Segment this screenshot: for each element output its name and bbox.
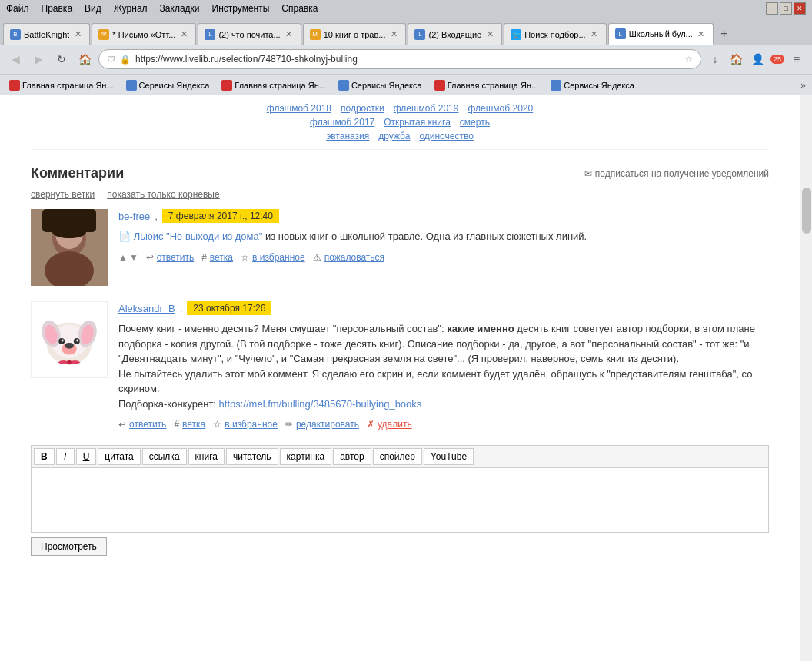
show-root-link[interactable]: показать только корневые bbox=[107, 189, 219, 200]
underline-btn[interactable]: U bbox=[76, 448, 97, 465]
tab-close-7[interactable]: ✕ bbox=[696, 28, 707, 39]
author-btn[interactable]: автор bbox=[333, 448, 371, 465]
tab-close-2[interactable]: ✕ bbox=[178, 29, 189, 40]
tab-10books[interactable]: M 10 книг о трав... ✕ bbox=[303, 23, 407, 45]
menu-icon[interactable]: ≡ bbox=[787, 50, 806, 68]
tab-close-1[interactable]: ✕ bbox=[72, 29, 83, 40]
tab-close-5[interactable]: ✕ bbox=[484, 29, 495, 40]
bookmark-4[interactable]: Сервисы Яндекса bbox=[335, 78, 425, 92]
tag-flashmob2018[interactable]: флэшмоб 2018 bbox=[267, 103, 331, 114]
bookmark-5[interactable]: Главная страница Ян... bbox=[431, 78, 542, 92]
tag-flashmob2017[interactable]: флэшмоб 2017 bbox=[310, 117, 374, 128]
comment-1-text-rest: из новых книг о школьной травле. Одна из… bbox=[262, 231, 587, 242]
quote-btn[interactable]: цитата bbox=[98, 448, 140, 465]
address-bar[interactable]: 🛡 🔒 https://www.livelib.ru/selection/748… bbox=[98, 49, 701, 69]
scrollbar[interactable] bbox=[800, 95, 812, 661]
book-btn[interactable]: книга bbox=[188, 448, 225, 465]
warning-icon-1: ⚠ bbox=[313, 252, 321, 263]
menu-bookmarks[interactable]: Закладки bbox=[160, 3, 200, 14]
menu-tools[interactable]: Инструменты bbox=[212, 3, 270, 14]
menu-file[interactable]: Файл bbox=[6, 3, 29, 14]
comment-1-author[interactable]: be-free bbox=[118, 211, 150, 222]
thread-link-1[interactable]: ветка bbox=[210, 252, 233, 263]
preview-button[interactable]: Просмотреть bbox=[31, 537, 107, 556]
tab-what-to-read[interactable]: L (2) что почита... ✕ bbox=[198, 23, 301, 45]
tab-inbox[interactable]: L (2) Входящие ✕ bbox=[408, 23, 502, 45]
image-btn[interactable]: картинка bbox=[280, 448, 332, 465]
favorite-link-1[interactable]: в избранное bbox=[252, 252, 305, 263]
bookmark-6[interactable]: Сервисы Яндекса bbox=[547, 78, 637, 92]
tab-school-bulling[interactable]: L Школьный бул... ✕ bbox=[608, 23, 714, 45]
forward-button[interactable]: ▶ bbox=[29, 50, 48, 68]
bookmark-label-6: Сервисы Яндекса bbox=[564, 81, 634, 90]
upvote-1[interactable]: ▲ bbox=[118, 252, 128, 263]
thread-link-2[interactable]: ветка bbox=[182, 419, 205, 430]
tag-loneliness[interactable]: одиночество bbox=[419, 131, 474, 141]
collapse-threads-link[interactable]: свернуть ветки bbox=[31, 189, 95, 200]
reply-link-2[interactable]: ответить bbox=[129, 419, 166, 430]
reload-button[interactable]: ↻ bbox=[52, 50, 71, 68]
star-icon-2: ☆ bbox=[213, 419, 221, 430]
back-button[interactable]: ◀ bbox=[6, 50, 25, 68]
tab-search[interactable]: 🐦 Поиск подбор... ✕ bbox=[504, 23, 607, 45]
comment-1-book-link[interactable]: Льюис "Не выходи из дома" bbox=[134, 231, 263, 242]
downvote-1[interactable]: ▼ bbox=[129, 252, 138, 263]
scrollbar-thumb[interactable] bbox=[802, 188, 811, 234]
menu-journal[interactable]: Журнал bbox=[114, 3, 148, 14]
comment-textarea[interactable] bbox=[32, 468, 768, 530]
tab-bar: B BattleKnight ✕ ✉ * Письмо «Отт... ✕ L … bbox=[0, 17, 812, 45]
home-nav-icon[interactable]: 🏠 bbox=[727, 50, 746, 68]
tab-title-1: BattleKnight bbox=[24, 30, 69, 39]
menu-help[interactable]: Справка bbox=[281, 3, 318, 14]
tag-euthanasia[interactable]: эвтаназия bbox=[326, 131, 369, 141]
bookmark-3[interactable]: Главная страница Ян... bbox=[218, 78, 329, 92]
tab-favicon-6: 🐦 bbox=[511, 29, 521, 40]
link-btn[interactable]: ссылка bbox=[142, 448, 187, 465]
page-inner: флэшмоб 2018 подростки флешмоб 2019 флеш… bbox=[0, 95, 800, 661]
subscribe-icon: ✉ bbox=[584, 168, 592, 179]
tab-close-4[interactable]: ✕ bbox=[388, 29, 399, 40]
tag-teens[interactable]: подростки bbox=[341, 103, 384, 114]
comment-editor: B I U цитата ссылка книга читатель карти… bbox=[31, 445, 769, 533]
subscribe-button[interactable]: ✉ подписаться на получение уведомлений bbox=[584, 168, 769, 179]
tag-open-book[interactable]: Открытая книга bbox=[384, 117, 451, 128]
tags-section: флэшмоб 2018 подростки флешмоб 2019 флеш… bbox=[31, 95, 769, 150]
menu-view[interactable]: Вид bbox=[85, 3, 102, 14]
bookmark-2[interactable]: Сервисы Яндекса bbox=[123, 78, 213, 92]
report-link-1[interactable]: пожаловаться bbox=[324, 252, 384, 263]
downloads-icon[interactable]: ↓ bbox=[706, 50, 724, 68]
reader-btn[interactable]: читатель bbox=[226, 448, 278, 465]
editor-toolbar: B I U цитата ссылка книга читатель карти… bbox=[32, 446, 768, 468]
bookmarks-bar: Главная страница Ян... Сервисы Яндекса Г… bbox=[0, 74, 812, 95]
bookmarks-more-button[interactable]: » bbox=[800, 80, 806, 91]
tag-friendship[interactable]: дружба bbox=[378, 131, 410, 141]
bold-btn[interactable]: B bbox=[34, 448, 55, 465]
favorite-link-2[interactable]: в избранное bbox=[225, 419, 278, 430]
close-button[interactable]: ✕ bbox=[794, 2, 806, 15]
menu-edit[interactable]: Правка bbox=[42, 3, 73, 14]
tag-flashmob2020[interactable]: флешмоб 2020 bbox=[468, 103, 533, 114]
tag-flashmob2019[interactable]: флешмоб 2019 bbox=[394, 103, 459, 114]
reply-link-1[interactable]: ответить bbox=[157, 252, 194, 263]
bookmark-1[interactable]: Главная страница Ян... bbox=[6, 78, 117, 92]
tab-favicon-7: L bbox=[615, 28, 626, 39]
bookmark-star-icon[interactable]: ☆ bbox=[685, 55, 693, 65]
competitor-link[interactable]: https://mel.fm/bulling/3485670-bullying_… bbox=[219, 398, 422, 410]
tab-letter[interactable]: ✉ * Письмо «Отт... ✕ bbox=[92, 23, 196, 45]
profile-icon[interactable]: 👤 bbox=[749, 50, 767, 68]
youtube-btn[interactable]: YouTube bbox=[424, 448, 474, 465]
italic-btn[interactable]: I bbox=[56, 448, 75, 465]
new-tab-button[interactable]: + bbox=[715, 23, 734, 45]
tab-close-6[interactable]: ✕ bbox=[589, 29, 600, 40]
window-controls: _ □ ✕ bbox=[766, 2, 806, 15]
delete-link-2[interactable]: удалить bbox=[378, 419, 412, 430]
tab-battleknight[interactable]: B BattleKnight ✕ bbox=[3, 23, 90, 45]
comment-2-author[interactable]: Aleksandr_B bbox=[118, 303, 175, 314]
minimize-button[interactable]: _ bbox=[766, 2, 778, 15]
maximize-button[interactable]: □ bbox=[780, 2, 792, 15]
edit-link-2[interactable]: редактировать bbox=[296, 419, 359, 430]
tab-close-3[interactable]: ✕ bbox=[284, 29, 295, 40]
tag-death[interactable]: смерть bbox=[460, 117, 490, 128]
home-button[interactable]: 🏠 bbox=[75, 50, 94, 68]
spoiler-btn[interactable]: спойлер bbox=[373, 448, 422, 465]
